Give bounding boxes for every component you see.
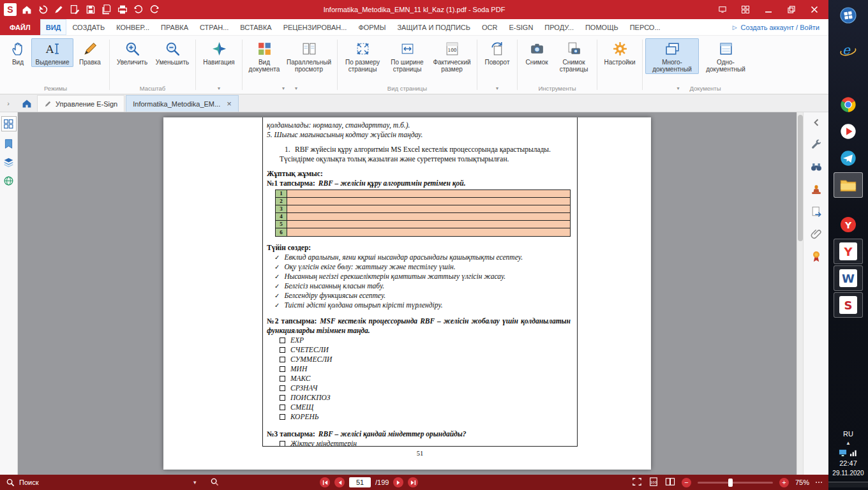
select-text-button[interactable]: A Выделение	[31, 38, 73, 67]
document-view-button[interactable]: Вид документа	[245, 38, 283, 74]
taskbar-yandex-app[interactable]: Y	[834, 239, 863, 264]
fit-width-button[interactable]: По ширине страницы	[385, 38, 430, 74]
tab-review[interactable]: РЕЦЕНЗИРОВАН...	[278, 19, 353, 35]
language-indicator[interactable]: RU	[843, 430, 853, 438]
home-button[interactable]	[21, 4, 33, 15]
tab-current-document[interactable]: Informatika_Metodika_EM... ×	[126, 95, 239, 112]
print-button[interactable]	[117, 4, 128, 15]
undo-button[interactable]	[37, 4, 49, 15]
close-tab-icon[interactable]: ×	[227, 99, 232, 108]
next-page-button[interactable]	[393, 477, 403, 487]
tab-forms[interactable]: ФОРМЫ	[352, 19, 391, 35]
page-number-input[interactable]: 51	[349, 477, 371, 487]
rotate-button[interactable]: Поворот	[480, 38, 514, 67]
account-link[interactable]: ▷ Создать аккаунт / Войти	[733, 19, 828, 35]
taskbar-chrome[interactable]	[834, 92, 863, 117]
facing-pages-icon[interactable]	[665, 477, 675, 487]
taskbar-telegram[interactable]	[834, 145, 863, 171]
actual-size-icon[interactable]: 100	[648, 477, 659, 487]
multi-document-button[interactable]: Много-документный	[645, 38, 699, 74]
show-desktop-button[interactable]	[828, 482, 868, 487]
start-button[interactable]	[834, 3, 863, 28]
magnifier-icon[interactable]	[211, 478, 219, 487]
vertical-scrollbar[interactable]	[797, 112, 803, 475]
edit-button[interactable]: Правка	[73, 38, 107, 67]
tray-display-icon[interactable]	[839, 449, 847, 457]
tab-secure-sign[interactable]: ЗАЩИТА И ПОДПИСЬ	[391, 19, 476, 35]
taskbar-internet-explorer[interactable]: e	[834, 37, 863, 63]
restore-button[interactable]	[781, 3, 802, 17]
actual-size-button[interactable]: 100 Фактический размер	[430, 38, 474, 74]
last-page-button[interactable]	[408, 477, 418, 487]
export-page-panel-button[interactable]	[809, 204, 824, 219]
tray-network-icon[interactable]	[849, 449, 858, 457]
search-control[interactable]: Поиск	[0, 479, 38, 487]
tab-ocr[interactable]: OCR	[476, 19, 503, 35]
document-viewport[interactable]: қолданылады: нормалау, стандарттау, т.б.…	[18, 112, 797, 475]
clock-date[interactable]: 29.11.2020	[832, 470, 864, 477]
zoom-out-button[interactable]: Уменьшить	[152, 38, 193, 67]
zoom-slider[interactable]	[698, 482, 773, 484]
taskbar-media-player[interactable]	[834, 119, 863, 144]
zoom-out-button[interactable]: −	[682, 478, 691, 487]
page-navigation: 51 /199	[320, 477, 418, 487]
pdf-page[interactable]: қолданылады: нормалау, стандарттау, т.б.…	[163, 117, 651, 470]
zoom-in-button[interactable]: +	[779, 478, 789, 487]
tab-file[interactable]: ФАЙЛ	[0, 19, 40, 35]
zoom-slider-thumb[interactable]	[728, 479, 733, 487]
tab-esign-management[interactable]: Управление E-Sign	[37, 95, 124, 112]
save-all-button[interactable]	[101, 4, 112, 15]
parallel-view-button[interactable]: Параллельный просмотр	[283, 38, 334, 74]
layout-grid-icon[interactable]	[735, 3, 756, 17]
badge-panel-button[interactable]	[809, 249, 824, 264]
redo-small-button[interactable]	[149, 4, 160, 15]
layers-panel-button[interactable]	[3, 156, 15, 168]
bookmarks-panel-button[interactable]	[3, 137, 15, 150]
collapse-right-panel-button[interactable]	[809, 115, 824, 130]
expand-left-panel-button[interactable]: ›	[0, 94, 17, 112]
tab-esign[interactable]: E-SIGN	[503, 19, 539, 35]
taskbar-soda-pdf[interactable]: S	[834, 292, 863, 318]
tab-insert[interactable]: ВСТАВКА	[234, 19, 277, 35]
fit-page-button[interactable]: По размеру страницы	[340, 38, 385, 74]
clock-time[interactable]: 22:47	[839, 459, 857, 467]
tab-edit[interactable]: ПРАВКА	[155, 19, 194, 35]
close-button[interactable]	[804, 3, 825, 17]
undo-small-button[interactable]	[133, 4, 144, 15]
page-snapshot-button[interactable]: Снимок страницы	[553, 38, 594, 74]
save-button[interactable]	[85, 4, 96, 15]
search-panel-button[interactable]	[809, 160, 824, 175]
home-tab-button[interactable]	[17, 94, 37, 112]
sign-document-button[interactable]	[69, 4, 80, 15]
tab-personalize[interactable]: ПЕРСО...	[624, 19, 666, 35]
minimize-button[interactable]	[758, 3, 779, 17]
tools-panel-button[interactable]	[809, 137, 824, 152]
tab-help[interactable]: ПОМОЩЬ	[580, 19, 624, 35]
tab-create[interactable]: СОЗДАТЬ	[66, 19, 110, 35]
single-document-button[interactable]: Одно-документный	[699, 38, 752, 74]
search-options-chevron-icon[interactable]: ▾	[193, 479, 197, 486]
tab-pages[interactable]: СТРАН...	[194, 19, 234, 35]
settings-button[interactable]: Настройки	[600, 38, 640, 67]
attachments-panel-button[interactable]	[809, 226, 824, 242]
links-panel-button[interactable]	[3, 174, 15, 187]
taskbar-yandex-browser[interactable]: Y	[834, 212, 863, 237]
edit-pencil-button[interactable]	[53, 4, 64, 15]
fit-screen-icon[interactable]	[632, 477, 642, 487]
scrollbar-thumb[interactable]	[798, 115, 803, 241]
view-mode-button[interactable]: Вид	[4, 38, 31, 67]
snapshot-button[interactable]: Снимок	[520, 38, 553, 67]
stamps-panel-button[interactable]	[809, 182, 824, 197]
zoom-in-button[interactable]: Увеличить	[112, 38, 152, 67]
tab-view[interactable]: ВИД	[40, 19, 67, 35]
thumbnails-panel-button[interactable]	[1, 116, 17, 131]
taskbar-word[interactable]: W	[834, 265, 863, 291]
navigation-button[interactable]: Навигация	[198, 38, 239, 67]
tray-expand-icon[interactable]: ▲	[846, 440, 851, 446]
first-page-button[interactable]	[320, 477, 330, 487]
taskbar-file-explorer[interactable]	[834, 172, 863, 198]
tab-convert[interactable]: КОНВЕР...	[110, 19, 155, 35]
presentation-mode-icon[interactable]	[712, 3, 733, 17]
previous-page-button[interactable]	[334, 477, 345, 487]
tab-products[interactable]: ПРОДУ...	[539, 19, 580, 35]
